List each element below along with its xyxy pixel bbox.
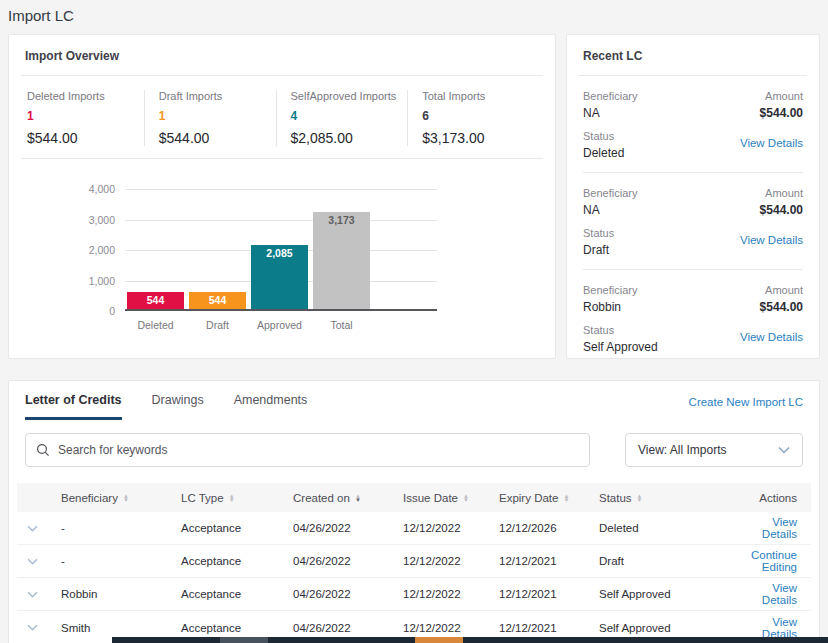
tabs-row: Letter of Credits Drawings Amendments Cr… [25, 393, 803, 420]
stat-count: 1 [159, 109, 276, 123]
cell-created-on: 04/26/2022 [293, 622, 403, 634]
stat-amount: $544.00 [159, 130, 276, 146]
divider [21, 75, 543, 76]
table-row: - Acceptance 04/26/2022 12/12/2022 12/12… [17, 545, 811, 578]
stat-deleted-imports: Deleted Imports 1 $544.00 [25, 90, 144, 146]
stat-selfapproved-imports: SelfApproved Imports 4 $2,085.00 [276, 90, 408, 146]
table-row: - Acceptance 04/26/2022 12/12/2022 12/12… [17, 512, 811, 545]
beneficiary-label: Beneficiary [583, 187, 637, 199]
stat-total-imports: Total Imports 6 $3,173.00 [407, 90, 539, 146]
x-axis-label: Total [313, 319, 370, 331]
y-axis-tick: 4,000 [89, 183, 115, 195]
cell-lc-type: Acceptance [181, 522, 293, 534]
bar-value-label: 544 [189, 294, 246, 306]
cell-issue-date: 12/12/2022 [403, 555, 499, 567]
recent-lc-title: Recent LC [583, 49, 803, 63]
amount-value: $544.00 [760, 203, 803, 217]
amount-label: Amount [760, 90, 803, 102]
cell-status: Draft [599, 555, 749, 567]
cell-expiry-date: 12/12/2021 [499, 622, 599, 634]
status-label: Status [583, 130, 624, 142]
col-beneficiary[interactable]: Beneficiary▲▼ [61, 492, 181, 504]
col-issue-date[interactable]: Issue Date▲▼ [403, 492, 499, 504]
bar-approved: 2,085 [251, 245, 308, 309]
beneficiary-value: NA [583, 203, 637, 217]
imports-bar-chart: 4,0003,0002,0001,00005445442,0853,173Del… [125, 189, 539, 331]
status-value: Draft [583, 243, 614, 257]
sort-icon: ▲▼ [463, 494, 469, 502]
view-filter-dropdown[interactable]: View: All Imports [625, 433, 803, 467]
cell-lc-type: Acceptance [181, 622, 293, 634]
divider [579, 75, 807, 76]
row-expand-chevron[interactable] [27, 525, 61, 532]
row-expand-chevron[interactable] [27, 624, 61, 631]
bar-draft: 544 [189, 292, 246, 309]
cell-created-on: 04/26/2022 [293, 588, 403, 600]
bar-value-label: 544 [127, 294, 184, 306]
row-action-link[interactable]: View Details [762, 516, 797, 540]
bottom-bar-segment [220, 637, 268, 643]
row-action-link[interactable]: View Details [762, 616, 797, 640]
filter-row: View: All Imports [25, 433, 803, 467]
import-lc-page: Import LC Import Overview Deleted Import… [0, 0, 828, 643]
stat-count: 6 [422, 109, 539, 123]
cell-issue-date: 12/12/2022 [403, 522, 499, 534]
stat-label: SelfApproved Imports [291, 90, 408, 102]
recent-lc-card: Recent LC Beneficiary NA Amount $544.00 … [566, 34, 820, 359]
search-box[interactable] [25, 433, 590, 467]
view-details-link[interactable]: View Details [740, 234, 803, 246]
tab-letter-of-credits[interactable]: Letter of Credits [25, 393, 122, 420]
stat-label: Draft Imports [159, 90, 276, 102]
sort-icon: ▲▼ [123, 494, 129, 502]
status-label: Status [583, 227, 614, 239]
stat-amount: $544.00 [27, 130, 144, 146]
table-body: - Acceptance 04/26/2022 12/12/2022 12/12… [17, 512, 811, 643]
beneficiary-value: NA [583, 106, 637, 120]
row-expand-chevron[interactable] [27, 558, 61, 565]
tab-amendments[interactable]: Amendments [234, 393, 308, 420]
row-expand-chevron[interactable] [27, 591, 61, 598]
recent-lc-item: Beneficiary NA Amount $544.00 Status Dra… [583, 172, 803, 269]
sort-icon: ▲▼ [637, 494, 643, 502]
create-new-import-lc-link[interactable]: Create New Import LC [689, 396, 803, 408]
view-details-link[interactable]: View Details [740, 137, 803, 149]
col-created-on[interactable]: Created on▲▼ [293, 492, 403, 504]
cell-status: Self Approved [599, 588, 749, 600]
amount-label: Amount [760, 187, 803, 199]
bar-deleted: 544 [127, 292, 184, 309]
search-input[interactable] [58, 443, 579, 457]
x-axis-label: Deleted [127, 319, 184, 331]
overview-stats: Deleted Imports 1 $544.00 Draft Imports … [25, 90, 539, 146]
x-axis-label: Draft [189, 319, 246, 331]
cell-beneficiary: Smith [61, 622, 181, 634]
cell-issue-date: 12/12/2022 [403, 622, 499, 634]
cell-created-on: 04/26/2022 [293, 522, 403, 534]
stat-amount: $2,085.00 [291, 130, 408, 146]
col-status[interactable]: Status▲▼ [599, 492, 749, 504]
view-filter-value: View: All Imports [638, 443, 726, 457]
cell-expiry-date: 12/12/2026 [499, 522, 599, 534]
beneficiary-value: Robbin [583, 300, 637, 314]
row-action-link[interactable]: View Details [762, 582, 797, 606]
tab-drawings[interactable]: Drawings [152, 393, 204, 420]
divider [21, 158, 543, 159]
col-expiry-date[interactable]: Expiry Date▲▼ [499, 492, 599, 504]
bar-total: 3,173 [313, 212, 370, 309]
col-lc-type[interactable]: LC Type▲▼ [181, 492, 293, 504]
table-header: Beneficiary▲▼ LC Type▲▼ Created on▲▼ Iss… [17, 483, 811, 512]
view-details-link[interactable]: View Details [740, 331, 803, 343]
amount-value: $544.00 [760, 300, 803, 314]
row-action-link[interactable]: Continue Editing [751, 549, 797, 573]
chevron-down-icon [778, 446, 790, 454]
bottom-bar-segment [415, 637, 463, 643]
import-overview-card: Import Overview Deleted Imports 1 $544.0… [8, 34, 556, 359]
recent-lc-item: Beneficiary Robbin Amount $544.00 Status… [583, 269, 803, 366]
amount-value: $544.00 [760, 106, 803, 120]
stat-count: 4 [291, 109, 408, 123]
sort-icon: ▲▼ [229, 494, 235, 502]
cell-created-on: 04/26/2022 [293, 555, 403, 567]
bar-value-label: 2,085 [251, 247, 308, 259]
search-icon [36, 443, 50, 457]
overview-title: Import Overview [25, 49, 539, 63]
y-axis-tick: 3,000 [89, 214, 115, 226]
